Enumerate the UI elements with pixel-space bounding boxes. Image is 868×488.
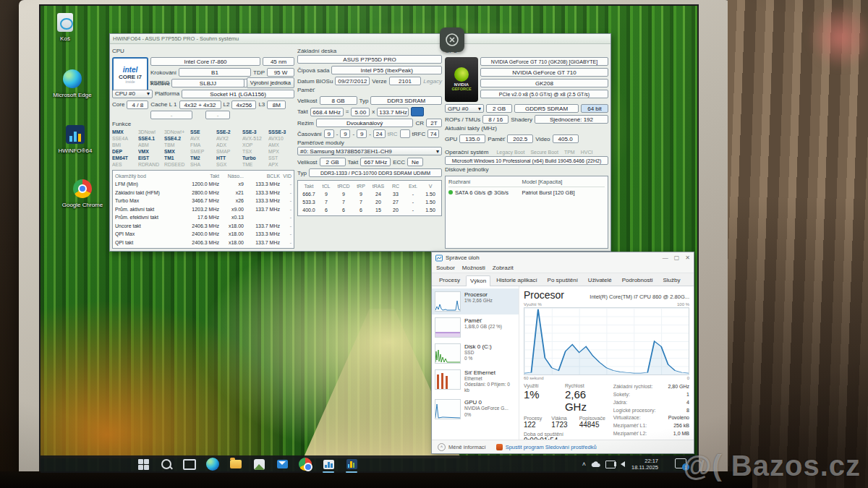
clock-table-row: LFM (Min) 1200.0 MHz x9 133.3 MHz - [115,180,292,189]
mem-size-label: Velikost [297,98,318,104]
clock-table-row: Základní takt (HFM) 2800.0 MHz x21 133.3… [115,189,292,197]
cpu-flag: RDRAND [138,162,164,167]
ratio-indicator [411,107,424,116]
os-boot-badge: Secure Boot [530,150,558,155]
module-timing-header: V [422,182,439,190]
taskbar-mail[interactable] [275,457,289,471]
gpu-select-dropdown[interactable]: GPU #0▾ [445,104,484,113]
close-icon[interactable] [440,27,464,52]
tab[interactable]: Výkon [466,275,490,286]
os-name: Microsoft Windows 10 Professional (x64) … [445,156,608,165]
module-timing-header: Takt [300,182,318,190]
disks-section-label: Diskové jednotky [445,166,608,173]
sidebar-item-memory[interactable]: Paměť 1,8/8,0 GB (22 %) [432,314,519,341]
task-manager-icon [323,460,334,469]
tab[interactable]: Historie aplikací [492,275,541,286]
tab[interactable]: Služby [658,275,684,286]
menu-item[interactable]: Možnosti [462,265,485,271]
os-boot-badge: Legacy Boot [496,150,524,155]
taskbar-edge[interactable] [205,457,220,471]
start-button[interactable] [136,457,150,471]
search-icon [161,459,171,469]
minimize-icon[interactable]: — [663,254,668,261]
taskbar-hwinfo[interactable] [344,457,359,471]
onedrive-cloud-icon[interactable] [591,461,600,468]
module-timing-header: tRP [352,182,370,190]
hwinfo-gpu-column: GPU NVIDIA GEFORCE NVIDIA GeForce GT 710… [445,46,608,249]
cpu-select-dropdown[interactable]: CPU #0▾ [112,90,153,98]
cpu-flag: TBM [164,142,190,147]
task-view-icon [183,459,196,470]
memory-mini-graph [435,317,461,338]
clock-date: 18.11.2025 [631,464,658,471]
fewer-details-button[interactable]: ˄ Méně informací [438,443,486,451]
cpu-cache-l2: 4x256 [231,100,256,109]
cpu-flag: DEP [112,149,138,154]
cpu-flag: SHA [190,162,216,167]
clock-table-row: QPI takt 2406.3 MHz x18.00 133.7 MHz - [115,239,292,247]
performance-main-panel: Procesor Intel(R) Core(TM) i7 CPU 860 @ … [519,286,694,440]
cpu-flag: ADX [216,142,242,147]
hwinfo-titlebar[interactable]: HWiNFO64 - ASUS P7P55D PRO - Souhrn syst… [110,34,610,44]
menu-item[interactable]: Zobrazit [493,265,514,271]
desktop-icon-label: HWiNFO®64 [52,148,98,155]
desktop-icon-edge[interactable]: Microsoft Edge [49,69,95,99]
chevron-down-icon: ▾ [436,148,439,155]
sidebar-item-ethernet[interactable]: Síť Ethernet Ethernet Odesílání: 0 Příje… [432,367,519,396]
close-icon[interactable]: ✕ [685,254,690,261]
taskbar-file-explorer[interactable] [229,457,243,471]
desktop-icon-hwinfo[interactable]: HWiNFO®64 [52,125,98,155]
cpu-flag: SSE [190,129,216,134]
taskbar-photos[interactable] [252,457,266,471]
tab[interactable]: Procesy [435,275,464,286]
cpu-info-row: Mezipaměť L2:1,0 MB [613,430,689,438]
cpu-flag: ABM [138,142,164,147]
disk-row[interactable]: SATA 6 Gb/s @ 3Gb/s Patriot Burst [120 G… [448,189,605,196]
tab[interactable]: Uživatelé [584,275,616,286]
module-clock: 667 MHz [360,158,391,166]
sidebar-item-disk[interactable]: Disk 0 (C:) SSD 0 % [432,341,519,367]
tab[interactable]: Po spuštění [543,275,582,286]
timing-tcl: 9 [324,129,334,138]
gpu-video-clock-label: Video [535,136,550,142]
intel-logo-brand: intel [123,67,138,74]
hwinfo-cpu-column: CPU intel CORE i7 inside Intel Core i7-8… [112,46,294,249]
desktop-icon-chrome[interactable]: Google Chrome [59,179,106,209]
gpu-card: NVIDIA GeForce GT 710 (GK208) [GIGABYTE] [480,57,608,66]
desktop-icon-recycle-bin[interactable]: Koš [42,13,88,43]
cpu-flag: SSSE-3 [268,129,294,134]
taskbar-chrome[interactable] [298,457,312,471]
tray-chevron-icon[interactable]: ˄ [582,461,586,468]
features-label: Funkce [112,121,294,127]
watermark: @( Bazos.cz [683,450,861,482]
task-manager-titlebar[interactable]: Správce úloh — ▢ ✕ [432,252,694,263]
cpu-flag: FMA [190,142,216,147]
tab[interactable]: Podrobnosti [618,275,658,286]
cpu-info-row: Mezipaměť L1:256 kB [613,422,689,430]
cpu-flag: SSE-2 [216,129,242,134]
clock-col-mult: Náso... [219,172,244,181]
curtain [728,0,868,488]
timing-tras: 24 [373,129,386,138]
resource-monitor-icon [496,444,503,450]
edge-icon [63,69,82,88]
sidebar-item-gpu[interactable]: GPU 0 NVIDIA GeForce G... 0% [432,396,519,422]
os-boot-badge: HVCI [581,150,593,155]
taskbar-clock[interactable]: 22:17 18.11.2025 [631,458,658,471]
volume-icon[interactable] [621,461,625,467]
gpu-mem-clock: 202.5 [507,134,533,143]
task-view-button[interactable] [182,457,197,471]
core-label: Core [112,101,124,108]
search-button[interactable] [159,457,174,471]
taskbar-task-manager[interactable] [321,457,336,471]
module-select-dropdown[interactable]: #0: Samsung M378B5673EH1-CH9▾ [297,147,442,155]
sidebar-item-cpu[interactable]: Procesor 1% 2,66 GHz [432,288,519,314]
menu-item[interactable]: Soubor [436,265,455,271]
bios-version: 2101 [389,77,421,85]
mem-cr: 2T [426,119,442,127]
module-timing-row: 533.3 7 7 7 20 27 - 1.50 [300,198,439,206]
production-unit-button[interactable]: Výrobní jednotka [247,77,294,88]
maximize-icon[interactable]: ▢ [674,254,680,261]
open-resource-monitor-link[interactable]: Spustit program Sledování prostředků [496,444,597,450]
gpu-vram-type: GDDR5 SDRAM [514,104,579,113]
